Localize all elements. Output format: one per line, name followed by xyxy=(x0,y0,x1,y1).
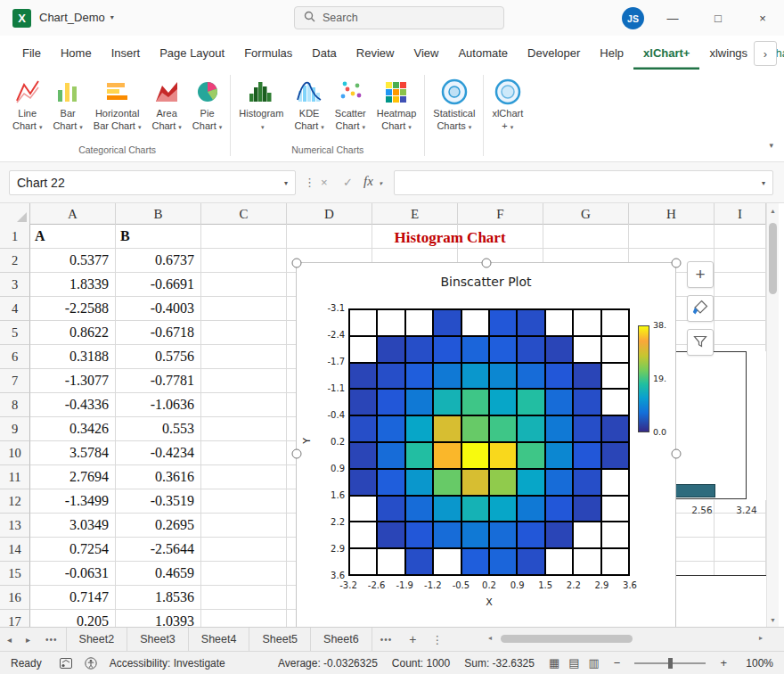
minimize-button[interactable]: — xyxy=(653,0,692,36)
scroll-left-icon[interactable]: ◂ xyxy=(488,634,492,642)
sheet-tab-sheet3[interactable]: Sheet3 xyxy=(127,628,189,651)
cell-C4[interactable] xyxy=(201,297,287,321)
ribbon-button-area-chart[interactable]: AreaChart▾ xyxy=(146,73,186,136)
next-sheet-icon[interactable]: ▸ xyxy=(19,635,37,645)
cell-C13[interactable] xyxy=(201,514,287,538)
cell-C7[interactable] xyxy=(201,369,287,393)
ribbon-button-horizontal-bar-chart[interactable]: HorizontalBar Chart▾ xyxy=(88,73,147,136)
ribbon-button-line-chart[interactable]: LineChart▾ xyxy=(7,73,47,136)
histogram-chart-partial[interactable] xyxy=(675,351,766,500)
cell-C17[interactable] xyxy=(201,610,287,627)
cell-B1[interactable]: B xyxy=(116,225,201,249)
cell-C2[interactable] xyxy=(201,249,287,273)
prev-sheet-icon[interactable]: ◂ xyxy=(0,635,19,645)
cell-C16[interactable] xyxy=(201,586,287,610)
vertical-scrollbar[interactable]: ▲ ▼ xyxy=(766,203,779,627)
cell-A5[interactable]: 0.8622 xyxy=(30,321,116,345)
cell-C3[interactable] xyxy=(201,273,287,297)
row-header-3[interactable]: 3 xyxy=(0,273,30,297)
cell-A12[interactable]: -1.3499 xyxy=(30,489,116,514)
cell-C1[interactable] xyxy=(201,225,287,249)
cell-B2[interactable]: 0.6737 xyxy=(116,249,201,273)
ribbon-button-bar-chart[interactable]: BarChart▾ xyxy=(47,73,87,136)
row-header-6[interactable]: 6 xyxy=(0,345,30,369)
row-header-14[interactable]: 14 xyxy=(0,538,30,562)
row-header-8[interactable]: 8 xyxy=(0,393,30,417)
new-sheet-button[interactable]: + xyxy=(400,632,425,646)
chart-filters-button[interactable] xyxy=(687,329,714,356)
cell-A4[interactable]: -2.2588 xyxy=(30,297,116,321)
horizontal-scrollbar[interactable]: ◂ ▸ xyxy=(486,627,764,651)
vertical-scroll-thumb[interactable] xyxy=(769,223,777,294)
cell-C14[interactable] xyxy=(201,538,287,562)
scroll-down-icon[interactable]: ▼ xyxy=(767,612,779,627)
cell-A14[interactable]: 0.7254 xyxy=(30,538,116,562)
cell-I5[interactable] xyxy=(715,321,766,345)
name-box[interactable]: Chart 22 ▾ xyxy=(9,170,296,195)
cell-A7[interactable]: -1.3077 xyxy=(30,369,116,393)
chart-styles-button[interactable] xyxy=(687,295,714,322)
cell-B14[interactable]: -2.5644 xyxy=(116,538,201,562)
row-header-5[interactable]: 5 xyxy=(0,321,30,345)
cell-I3[interactable] xyxy=(715,273,766,297)
collapse-ribbon-icon[interactable]: ▾ xyxy=(769,141,773,150)
cell-B10[interactable]: -0.4234 xyxy=(116,441,201,465)
scroll-up-icon[interactable]: ▲ xyxy=(767,203,779,218)
row-header-17[interactable]: 17 xyxy=(0,610,30,627)
ribbon-tab-automate[interactable]: Automate xyxy=(448,36,518,70)
page-break-view-icon[interactable]: ▥ xyxy=(589,656,600,670)
cell-I13[interactable] xyxy=(715,514,766,538)
cell-C6[interactable] xyxy=(201,345,287,369)
cell-A1[interactable]: A xyxy=(30,225,116,249)
cell-C11[interactable] xyxy=(201,465,287,489)
ribbon-tab-data[interactable]: Data xyxy=(302,36,346,70)
confirm-entry-button[interactable]: ✓ xyxy=(343,176,353,189)
resize-handle[interactable] xyxy=(672,259,682,268)
row-header-9[interactable]: 9 xyxy=(0,417,30,441)
cell-C5[interactable] xyxy=(201,321,287,345)
ribbon-tab-review[interactable]: Review xyxy=(347,36,404,70)
column-header-e[interactable]: E xyxy=(372,203,458,225)
column-header-h[interactable]: H xyxy=(629,203,715,225)
ribbon-button-xlchart[interactable]: xlChart+▾ xyxy=(486,73,528,136)
cell-A9[interactable]: 0.3426 xyxy=(30,417,116,441)
row-header-1[interactable]: 1 xyxy=(0,225,30,249)
select-all-corner[interactable] xyxy=(0,203,30,225)
cell-I14[interactable] xyxy=(715,538,766,562)
column-header-i[interactable]: I xyxy=(715,203,766,225)
row-header-11[interactable]: 11 xyxy=(0,465,30,489)
ribbon-tab-xlwings[interactable]: xlwings xyxy=(699,36,757,70)
cell-B5[interactable]: -0.6718 xyxy=(116,321,201,345)
accessibility-icon[interactable] xyxy=(85,657,97,670)
cell-B4[interactable]: -0.4003 xyxy=(116,297,201,321)
cell-B9[interactable]: 0.553 xyxy=(116,417,201,441)
document-title[interactable]: Chart_Demo ▾ xyxy=(39,11,114,24)
cell-B16[interactable]: 1.8536 xyxy=(116,586,201,610)
close-button[interactable]: × xyxy=(743,0,782,36)
ribbon-tab-view[interactable]: View xyxy=(404,36,448,70)
ribbon-tab-developer[interactable]: Developer xyxy=(518,36,590,70)
cell-A6[interactable]: 0.3188 xyxy=(30,345,116,369)
row-header-16[interactable]: 16 xyxy=(0,586,30,610)
cell-A11[interactable]: 2.7694 xyxy=(30,465,116,489)
row-header-10[interactable]: 10 xyxy=(0,441,30,465)
cell-H1[interactable] xyxy=(629,225,715,249)
cell-I1[interactable] xyxy=(715,225,766,249)
cell-A15[interactable]: -0.0631 xyxy=(30,562,116,586)
avatar[interactable]: JS xyxy=(622,7,644,29)
ribbon-tab-xlchart[interactable]: xlChart+ xyxy=(633,36,699,70)
ribbon-tab-help[interactable]: Help xyxy=(590,36,633,70)
zoom-level[interactable]: 100% xyxy=(741,657,773,670)
formula-bar-options-icon[interactable]: ⋮ xyxy=(304,176,315,189)
cell-D1[interactable] xyxy=(287,225,372,249)
cell-A13[interactable]: 3.0349 xyxy=(30,514,116,538)
cell-B11[interactable]: 0.3616 xyxy=(116,465,201,489)
zoom-slider[interactable] xyxy=(634,662,706,664)
cell-B8[interactable]: -1.0636 xyxy=(116,393,201,417)
sheet-tab-sheet2[interactable]: Sheet2 xyxy=(66,628,128,651)
insert-function-button[interactable]: fx ▾ xyxy=(363,174,382,189)
cell-A2[interactable]: 0.5377 xyxy=(30,249,116,273)
maximize-button[interactable]: □ xyxy=(698,0,738,36)
row-header-2[interactable]: 2 xyxy=(0,249,30,273)
resize-handle[interactable] xyxy=(482,259,492,268)
